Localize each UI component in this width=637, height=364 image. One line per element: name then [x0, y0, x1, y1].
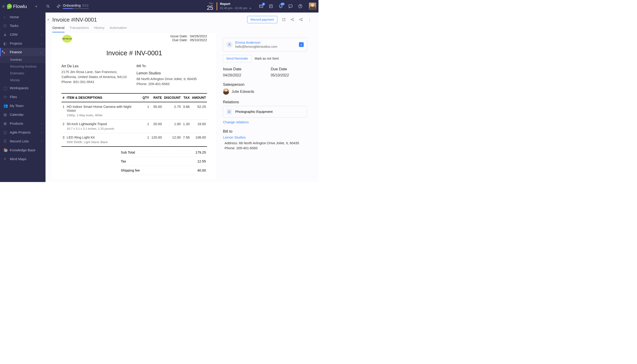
col-amount: AMOUNT [191, 93, 207, 102]
page-title: Invoice #INV-0001 [52, 16, 97, 23]
sidebar-item-tasks[interactable]: ☑Tasks [0, 22, 46, 30]
more-menu-icon[interactable]: ⋮ [308, 17, 312, 22]
item-sub: 16.7 x 3.1 x 3.1 inches, 1.25 pounds [67, 127, 140, 130]
cell-tax: 3.66 [182, 102, 191, 120]
tabs: General Transactions History Automation [52, 26, 312, 33]
cell-qty: 1 [142, 133, 150, 146]
send-icon[interactable] [299, 18, 303, 22]
cell-amt: 19.00 [191, 120, 207, 133]
sidebar-item-projects[interactable]: ◧Projects› [0, 39, 46, 48]
sidebar-item-myteam[interactable]: 👥My Team [0, 101, 46, 110]
report-time: 01:45 pm - 02:45 pm [220, 6, 247, 10]
tab-automation[interactable]: Automation [110, 26, 127, 32]
agile-icon: ◫ [4, 130, 8, 134]
team-icon: 👥 [4, 104, 8, 108]
sidebar-item-files[interactable]: 🗀Files› [0, 92, 46, 102]
sidebar-item-mindmaps[interactable]: ✶Mind Maps [0, 154, 46, 163]
onboarding-count: 5/13 [82, 4, 88, 8]
sidebar-item-finance[interactable]: Finance⌄ [0, 48, 46, 56]
sidebar-item-calendar[interactable]: ▦Calendar [0, 110, 46, 119]
cell-qty: 1 [142, 120, 150, 133]
to-addr: 68 North Arlington Drive Joliet, IL 6043… [136, 76, 207, 82]
sidebar-item-products[interactable]: ▣Products› [0, 119, 46, 128]
shipping-label: Shipping fee [121, 168, 140, 172]
items-table: # ITEM & DESCRIPTIONS QTY RATE DISCOUNT … [62, 93, 207, 147]
to-phone: Phone: 209-401-6583 [136, 82, 207, 86]
sidebar-item-workspaces[interactable]: ◯Workspaces [0, 84, 46, 92]
svg-point-14 [229, 44, 230, 44]
sidebar-item-label: Calendar [10, 112, 24, 116]
sidebar-subitem-money[interactable]: Money [0, 77, 46, 84]
app-logo[interactable]: Flowlu [7, 4, 27, 9]
sidebar-item-recordlists[interactable]: ☰Record Lists› [0, 137, 46, 146]
shipping-value: 40.00 [197, 168, 206, 172]
sidebar-item-label: Projects [10, 42, 22, 46]
sidebar-item-agile[interactable]: ◫Agile Projects› [0, 128, 46, 137]
sidebar-subitem-invoices[interactable]: Invoices [0, 56, 46, 63]
billto-customer[interactable]: Lemon Studios [223, 135, 307, 139]
products-icon: ▣ [4, 121, 8, 126]
relation-card[interactable]: Photographic Equipment [223, 106, 307, 118]
sidebar-subitem-recurring[interactable]: Recurring Invoices [0, 63, 46, 70]
from-address: Art De Lex 2175 Jim Rosa Lane, San Franc… [62, 64, 132, 86]
sidebar-item-home[interactable]: ⌂Home [0, 12, 46, 22]
bell-button[interactable]: 27 [278, 4, 283, 9]
tab-general[interactable]: General [52, 26, 64, 32]
cell-num: 1 [62, 102, 66, 120]
tab-history[interactable]: History [94, 26, 105, 32]
mail-button[interactable]: 9 [259, 4, 264, 9]
contact-name[interactable]: Emma Anderson [235, 41, 296, 44]
col-num: # [62, 93, 66, 102]
col-qty: QTY [142, 93, 150, 102]
sidebar-subitem-estimates[interactable]: Estimates [0, 70, 46, 77]
tab-transactions[interactable]: Transactions [70, 26, 89, 32]
help-button[interactable] [298, 4, 302, 9]
cell-amt: 52.25 [191, 102, 207, 120]
notes-button[interactable] [269, 4, 273, 9]
onboarding-widget[interactable]: Onboarding 5/13 [56, 4, 89, 9]
send-reminder-button[interactable]: Send Reminder [223, 55, 252, 62]
billto-address: Address: 68 North Arlington Drive Joliet… [223, 140, 307, 146]
sidebar: ⌂Home ☑Tasks ♟CRM› ◧Projects› Finance⌄ I… [0, 12, 46, 182]
sidebar-item-label: Finance [10, 50, 22, 54]
knowledge-icon: 📚 [4, 148, 8, 152]
close-panel-button[interactable]: ✕ [46, 16, 51, 22]
main-content: ✕ Invoice #INV-0001 Record payment ⋮ Gen… [46, 12, 318, 182]
svg-rect-15 [228, 111, 230, 113]
menu-toggle-icon[interactable]: ≡ [2, 4, 5, 9]
search-button[interactable] [46, 4, 50, 9]
crm-icon: ♟ [4, 32, 8, 37]
details-panel: Emma Anderson hello@lemongbttrstudios.co… [221, 33, 312, 180]
date-widget[interactable]: Thu 25 [207, 2, 217, 10]
tax-label: Tax [121, 159, 126, 163]
cell-amt: 108.00 [191, 133, 207, 146]
record-payment-button[interactable]: Record payment [247, 16, 277, 23]
chat-button[interactable] [288, 4, 293, 9]
workspaces-icon: ◯ [4, 86, 8, 90]
from-name: Art De Lex [62, 64, 132, 69]
open-external-icon[interactable] [282, 18, 286, 22]
create-button[interactable]: ＋ [34, 4, 39, 9]
chevron-right-icon: › [41, 130, 42, 134]
cell-tax: 1.33 [182, 120, 191, 133]
user-avatar[interactable] [309, 3, 316, 10]
sidebar-item-label: Home [10, 15, 19, 19]
svg-rect-6 [289, 5, 292, 7]
logo-text: Flowlu [13, 4, 27, 9]
change-relations-link[interactable]: Change relations [223, 120, 249, 124]
col-discount: DISCOUNT [163, 93, 182, 102]
issue-date-value: 04/26/2022 [223, 73, 259, 77]
to-address: Bill To: Lemon Studios 68 North Arlingto… [136, 64, 207, 86]
check-badge-icon[interactable]: ✓ [299, 42, 304, 47]
chevron-right-icon: › [41, 122, 42, 125]
contact-card[interactable]: Emma Anderson hello@lemongbttrstudios.co… [223, 38, 307, 52]
mark-not-sent-link[interactable]: Mark as not Sent [254, 57, 279, 60]
add-report-icon[interactable]: ＋ [249, 6, 252, 10]
chevron-right-icon: › [41, 140, 42, 143]
salesperson-name: Julie Edwards [232, 90, 254, 94]
sidebar-item-crm[interactable]: ♟CRM› [0, 30, 46, 39]
sidebar-item-knowledge[interactable]: 📚Knowledge Base [0, 146, 46, 154]
report-widget[interactable]: Report 01:45 pm - 02:45 pm ＋ [220, 2, 252, 10]
table-row: 1 HD Indoor Smart Home Camera with Night… [62, 102, 207, 120]
share-icon[interactable] [290, 18, 294, 22]
